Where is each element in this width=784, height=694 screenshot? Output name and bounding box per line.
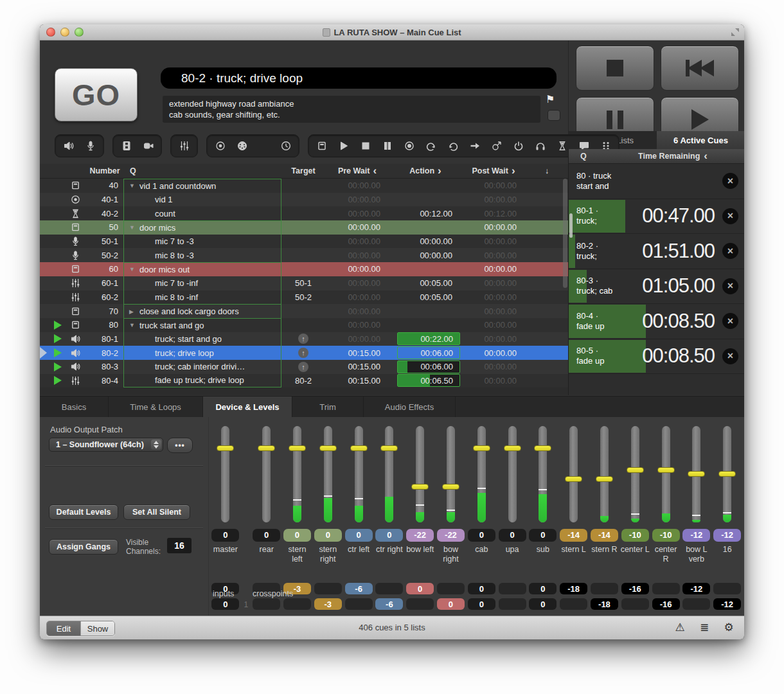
fader-track[interactable]: [324, 426, 332, 522]
fader-knob[interactable]: [688, 471, 705, 477]
fader-knob[interactable]: [565, 476, 582, 482]
channel-level-value[interactable]: -12: [713, 529, 741, 542]
cue-name-cell[interactable]: ▶close and lock cargo doors: [123, 304, 281, 318]
cue-row[interactable]: 40-2count00:00.0000:12.0000:12.00: [40, 206, 568, 220]
disclosure-icon[interactable]: ▼: [129, 182, 136, 189]
fader-knob[interactable]: [217, 445, 234, 451]
crosspoint-2-ctr-right[interactable]: -6: [375, 598, 403, 610]
crosspoint-1-center-L[interactable]: -16: [621, 583, 649, 594]
channel-level-value[interactable]: 0: [211, 529, 239, 542]
action-cell[interactable]: 00:05.00: [389, 278, 461, 288]
cue-number[interactable]: 80-4: [86, 376, 123, 386]
post-wait-value[interactable]: 00:00.00: [461, 278, 526, 288]
cue-name-cell[interactable]: count: [123, 206, 281, 220]
cue-name-cell[interactable]: ▼door mics: [123, 220, 281, 235]
pre-wait-value[interactable]: 00:00.00: [325, 195, 389, 204]
pre-wait-value[interactable]: 00:00.00: [325, 307, 389, 316]
cue-row[interactable]: 80-2truck; drive loop↑00:15.0000:06.0000…: [40, 346, 568, 360]
col-number[interactable]: Number: [86, 166, 123, 175]
cue-target-cell[interactable]: ↑: [281, 362, 325, 372]
warnings-icon[interactable]: ⚠: [673, 621, 686, 634]
cancel-cue-button[interactable]: ×: [722, 208, 738, 224]
cue-list-vertical-scrollbar[interactable]: [563, 179, 567, 288]
crosspoint-2-upa[interactable]: [499, 598, 526, 610]
active-col-q[interactable]: Q: [580, 152, 638, 161]
video-cue-icon[interactable]: [121, 140, 132, 151]
crosspoint-1-ctr-right[interactable]: [375, 583, 403, 594]
channel-level-value[interactable]: 0: [499, 529, 526, 542]
disclosure-icon[interactable]: ▼: [129, 224, 136, 231]
post-wait-value[interactable]: 00:00.00: [461, 195, 526, 204]
cue-row[interactable]: 80-1truck; start and go↑00:00.0000:22.00…: [40, 332, 568, 346]
crosspoint-1-stern-L[interactable]: -18: [560, 583, 587, 594]
rewind-button[interactable]: [661, 46, 739, 91]
cue-target-cell[interactable]: 50-2: [281, 292, 325, 302]
crosspoint-2-ctr-left[interactable]: [345, 598, 373, 610]
pre-wait-value[interactable]: 00:00.00: [325, 222, 389, 232]
crosspoint-1-bow-L-verb[interactable]: -12: [682, 583, 710, 594]
crosspoint-1-bow-right[interactable]: [437, 583, 465, 594]
fader-knob[interactable]: [350, 445, 368, 451]
cue-row[interactable]: 60-2mic 8 to -inf50-200:00.0000:05.0000:…: [40, 290, 568, 305]
crosspoint-2-stern-R[interactable]: -18: [591, 598, 618, 610]
fader-knob[interactable]: [473, 445, 490, 451]
cancel-cue-button[interactable]: ×: [722, 243, 738, 259]
channel-level-value[interactable]: -22: [437, 529, 465, 542]
fullscreen-icon[interactable]: [731, 28, 739, 36]
fader-track[interactable]: [600, 426, 609, 522]
cue-number[interactable]: 70: [86, 307, 123, 316]
post-wait-value[interactable]: 00:00.00: [461, 362, 526, 371]
fader-knob[interactable]: [657, 467, 675, 473]
cancel-cue-button[interactable]: ×: [722, 348, 738, 364]
audio-patch-dropdown[interactable]: 1 – Soundflower (64ch): [49, 438, 163, 452]
crosspoint-2-stern-L[interactable]: [560, 598, 587, 610]
fader-track[interactable]: [477, 426, 486, 522]
fade-cue-icon[interactable]: [179, 140, 190, 151]
fader-knob[interactable]: [627, 467, 644, 473]
inspector-tab-device-levels[interactable]: Device & Levels: [203, 396, 292, 418]
cue-notes-field[interactable]: extended highway road ambiance cab sound…: [163, 96, 540, 123]
crosspoint-1-bow-left[interactable]: 0: [406, 583, 434, 594]
music-cue-icon[interactable]: [258, 140, 269, 151]
channel-level-value[interactable]: 0: [529, 529, 557, 542]
crosspoint-1-stern-R[interactable]: [591, 583, 618, 594]
fader-knob[interactable]: [289, 445, 306, 451]
visible-channels-value[interactable]: 16: [167, 538, 192, 553]
cue-row[interactable]: 80-3truck; cab interior drivi…↑00:15.000…: [40, 360, 568, 374]
fader-knob[interactable]: [258, 445, 275, 451]
cue-name-cell[interactable]: vid 1: [123, 193, 281, 207]
cue-number[interactable]: 40-2: [86, 209, 123, 218]
action-progress-box[interactable]: 00:06.00: [397, 346, 460, 359]
cue-number[interactable]: 80: [86, 320, 123, 330]
post-wait-value[interactable]: 00:00.00: [461, 222, 526, 232]
fader-knob[interactable]: [380, 445, 398, 451]
timecode-cue-icon[interactable]: [280, 140, 291, 151]
fader-track[interactable]: [221, 426, 229, 522]
cue-name-cell[interactable]: mic 7 to -inf: [123, 276, 281, 290]
fader-track[interactable]: [723, 426, 731, 522]
cue-row[interactable]: 70▶close and lock cargo doors00:00.0000:…: [40, 304, 568, 318]
fader-track[interactable]: [569, 426, 578, 522]
cue-row[interactable]: 80-4fade up truck; drive loop80-200:15.0…: [40, 374, 568, 388]
action-cell[interactable]: 00:00.00: [389, 236, 461, 246]
post-wait-value[interactable]: 00:00.00: [461, 264, 526, 274]
post-wait-value[interactable]: 00:00.00: [461, 334, 526, 344]
channel-level-value[interactable]: 0: [345, 529, 373, 542]
crosspoint-2-bow-left[interactable]: [406, 598, 434, 610]
post-wait-value[interactable]: 00:00.00: [461, 181, 526, 190]
crosspoint-2-bow-L-verb[interactable]: [682, 598, 710, 610]
crosspoint-2-sub[interactable]: 0: [529, 598, 557, 610]
post-wait-value[interactable]: 00:00.00: [461, 307, 526, 316]
pre-wait-value[interactable]: 00:00.00: [325, 292, 389, 302]
cue-number[interactable]: 80-3: [86, 362, 123, 371]
fader-track[interactable]: [692, 426, 700, 522]
cue-name-cell[interactable]: ▼truck start and go: [123, 318, 281, 332]
inspector-tab-audio-effects[interactable]: Audio Effects: [364, 396, 456, 418]
cue-number[interactable]: 80-1: [86, 334, 123, 344]
wait-cue-icon[interactable]: [557, 140, 567, 151]
fader-track[interactable]: [355, 426, 363, 522]
channel-level-value[interactable]: -10: [621, 529, 649, 542]
pre-wait-value[interactable]: 00:00.00: [325, 278, 389, 288]
crosspoint-1-stern-right[interactable]: [314, 583, 342, 594]
disarm-cue-icon[interactable]: [535, 140, 546, 151]
